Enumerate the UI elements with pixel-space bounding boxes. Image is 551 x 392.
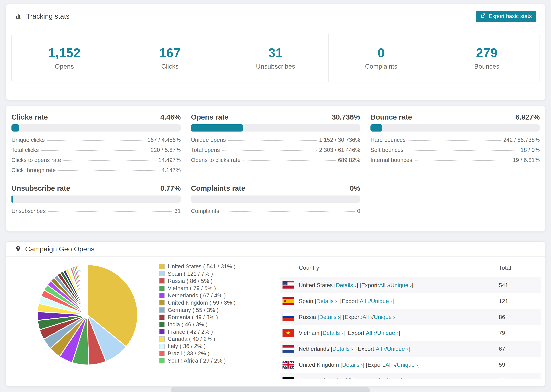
rate-title-row: Opens rate30.736% xyxy=(191,113,360,122)
table-row-nl: Netherlands [Details ›] [Export: All › /… xyxy=(280,341,541,357)
total-value: 59 xyxy=(499,362,541,368)
stat-cell-clicks: 167Clicks xyxy=(117,34,223,82)
rate-value: 6.927% xyxy=(516,113,540,121)
progress-bar-fill xyxy=(370,124,382,132)
stat-value: 167 xyxy=(159,47,181,59)
horizontal-scrollbar[interactable] xyxy=(171,387,370,392)
tracking-stats-header-left: Tracking stats xyxy=(15,12,70,20)
stats-summary-row: 1,152Opens167Clicks31Unsubscribes0Compla… xyxy=(11,34,540,83)
detail-value: 1,152 / 30.736% xyxy=(319,137,360,143)
export-all-link[interactable]: All › xyxy=(379,282,389,288)
rate-block-clicks-rate: Clicks rate4.46%Unique clicks167 / 4.456… xyxy=(11,113,181,177)
progress-bar-track xyxy=(191,124,360,132)
progress-bar-fill xyxy=(191,124,243,132)
legend-label: Romania ( 49 / 3% ) xyxy=(168,314,218,321)
detail-label: Unique opens xyxy=(191,137,226,143)
flag-nl-icon xyxy=(283,345,294,353)
legend-label: Russia ( 86 / 5% ) xyxy=(168,278,212,284)
legend-item-france: France ( 42 / 2% ) xyxy=(159,328,235,335)
detail-label: Total clicks xyxy=(11,147,39,153)
legend-swatch xyxy=(159,300,165,305)
detail-label: Opens to clicks rate xyxy=(191,157,240,163)
total-value: 541 xyxy=(499,282,541,288)
export-unique-link[interactable]: Unique › xyxy=(371,298,392,304)
tracking-stats-header: Tracking stats Export basic stats xyxy=(6,4,545,28)
total-value: 121 xyxy=(499,298,541,304)
legend-swatch xyxy=(159,271,165,276)
country-name: Vietnam xyxy=(299,330,321,336)
table-row-es: Spain [Details ›] [Export: All › / Uniqu… xyxy=(280,293,541,309)
legend-label: Vietnam ( 79 / 5% ) xyxy=(168,285,216,291)
export-basic-stats-button[interactable]: Export basic stats xyxy=(476,11,536,22)
geo-opens-table: Country Total United States [Details ›] … xyxy=(280,258,541,379)
dotted-leader xyxy=(41,150,148,151)
export-all-link[interactable]: All › xyxy=(366,330,376,336)
legend-item-romania: Romania ( 49 / 3% ) xyxy=(159,314,235,321)
detail-value: 0 xyxy=(357,208,360,214)
export-unique-link[interactable]: Unique › xyxy=(387,346,408,352)
campaign-geo-opens-card: Campaign Geo Opens United States ( 541 /… xyxy=(6,241,545,386)
details-link[interactable]: Details › xyxy=(323,330,343,336)
detail-value: 689.82% xyxy=(338,157,360,163)
legend-label: Spain ( 121 / 7% ) xyxy=(168,271,213,277)
table-row-gb: United Kingdom [Details ›] [Export: All … xyxy=(280,357,541,373)
detail-row-unsubscribes: Unsubscribes31 xyxy=(11,208,181,218)
export-all-link[interactable]: All › xyxy=(368,378,378,379)
rate-value: 0.77% xyxy=(160,184,181,192)
page-title: Tracking stats xyxy=(26,13,70,20)
export-unique-link[interactable]: Unique › xyxy=(377,330,399,336)
export-unique-link[interactable]: Unique › xyxy=(380,378,401,379)
legend-swatch xyxy=(159,286,165,291)
country-cell: Russia [Details ›] [Export: All › / Uniq… xyxy=(280,313,499,321)
export-all-link[interactable]: All › xyxy=(376,346,385,352)
stat-cell-unsubscribes: 31Unsubscribes xyxy=(223,34,328,82)
export-unique-link[interactable]: Unique › xyxy=(397,362,418,368)
legend-label: Germany ( 55 / 3% ) xyxy=(168,307,219,313)
dotted-leader xyxy=(243,160,336,161)
export-all-link[interactable]: All › xyxy=(385,362,395,368)
country-name: Russia xyxy=(299,314,318,320)
legend-label: South Africa ( 29 / 2% ) xyxy=(168,357,226,364)
table-row-ru: Russia [Details ›] [Export: All › / Uniq… xyxy=(280,309,541,325)
detail-label: Hard bounces xyxy=(370,137,406,143)
country-name: Germany xyxy=(299,378,324,379)
legend-item-netherlands: Netherlands ( 67 / 4% ) xyxy=(159,292,235,299)
export-all-link[interactable]: All › xyxy=(360,298,369,304)
detail-value: 167 / 4.456% xyxy=(148,137,181,143)
stat-value: 31 xyxy=(268,47,283,59)
stat-label: Clicks xyxy=(161,63,179,70)
flag-vn-icon xyxy=(283,329,294,337)
detail-value: 242 / 86.738% xyxy=(503,137,540,143)
stat-label: Opens xyxy=(55,63,74,70)
rate-block-bounce-rate: Bounce rate6.927%Hard bounces242 / 86.73… xyxy=(370,113,540,177)
flag-gb-icon xyxy=(283,361,294,369)
detail-label: Total opens xyxy=(191,147,220,153)
rate-value: 30.736% xyxy=(332,113,360,121)
dotted-leader xyxy=(222,150,317,151)
rate-block-complaints-rate: Complaints rate0%Complaints0 xyxy=(191,184,360,218)
legend-item-brazil: Brazil ( 33 / 2% ) xyxy=(159,350,235,357)
export-unique-link[interactable]: Unique › xyxy=(390,282,412,288)
country-cell: Vietnam [Details ›] [Export: All › / Uni… xyxy=(280,329,499,337)
stat-cell-opens: 1,152Opens xyxy=(12,34,117,82)
export-all-link[interactable]: All › xyxy=(362,314,372,320)
details-link[interactable]: Details › xyxy=(325,378,346,379)
rate-title-row: Clicks rate4.46% xyxy=(11,113,181,122)
legend-label: Italy ( 36 / 2% ) xyxy=(168,343,206,350)
details-link[interactable]: Details › xyxy=(319,314,340,320)
legend-item-canada: Canada ( 40 / 2% ) xyxy=(159,335,235,343)
total-value: 86 xyxy=(499,314,541,320)
detail-value: 4.147% xyxy=(162,167,181,173)
rate-block-unsubscribe-rate: Unsubscribe rate0.77%Unsubscribes31 xyxy=(11,184,181,218)
details-link[interactable]: Details › xyxy=(316,298,337,304)
details-link[interactable]: Details › xyxy=(342,362,363,368)
export-unique-link[interactable]: Unique › xyxy=(374,314,395,320)
legend-swatch xyxy=(159,264,165,269)
details-link[interactable]: Details › xyxy=(332,346,353,352)
table-row-de: Germany [Details ›] [Export: All › / Uni… xyxy=(280,373,541,379)
details-link[interactable]: Details › xyxy=(336,282,356,288)
detail-row-soft-bounces: Soft bounces18 / 0% xyxy=(370,147,540,157)
flag-us-icon xyxy=(283,281,294,289)
detail-row-opens-to-clicks-rate: Opens to clicks rate689.82% xyxy=(191,157,360,167)
detail-row-unique-opens: Unique opens1,152 / 30.736% xyxy=(191,137,360,147)
